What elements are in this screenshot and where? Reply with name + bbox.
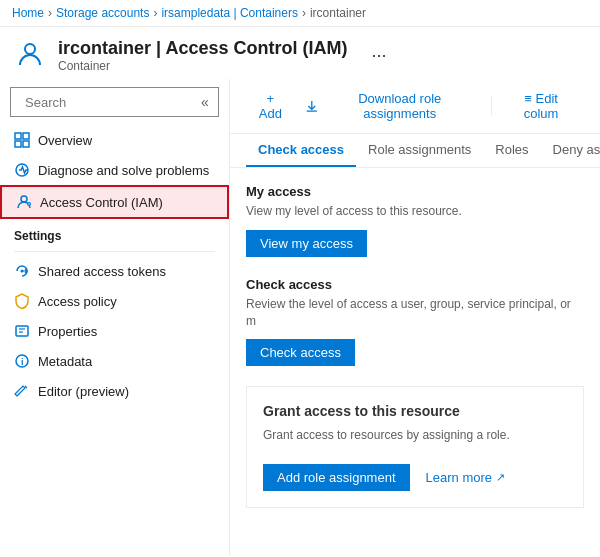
sidebar-item-properties-label: Properties [38,324,97,339]
sidebar-item-overview[interactable]: Overview [0,125,229,155]
my-access-description: View my level of access to this resource… [246,203,584,220]
grant-card-footer: Add role assignment Learn more ↗ [263,464,567,491]
svg-point-0 [25,44,35,54]
svg-rect-5 [15,141,21,147]
breadcrumb-current: ircontainer [310,6,366,20]
svg-rect-3 [15,133,21,139]
search-input[interactable] [25,95,193,110]
policy-icon [14,293,30,309]
learn-more-link[interactable]: Learn more ↗ [426,470,505,485]
my-access-title: My access [246,184,584,199]
grant-card-description: Grant access to resources by assigning a… [263,427,567,444]
tokens-icon [14,263,30,279]
tab-deny-assignments[interactable]: Deny ass… [541,134,600,167]
grant-access-card: Grant access to this resource Grant acce… [246,386,584,508]
tab-role-assignments[interactable]: Role assignments [356,134,483,167]
sidebar-item-diagnose-label: Diagnose and solve problems [38,163,209,178]
edit-columns-button[interactable]: ≡ Edit colum [498,87,584,125]
svg-point-8 [21,196,27,202]
svg-text:i: i [21,357,24,367]
tab-check-access[interactable]: Check access [246,134,356,167]
breadcrumb-container[interactable]: irsampledata | Containers [161,6,298,20]
ellipsis-button[interactable]: ··· [365,43,392,68]
download-icon [305,99,319,113]
sidebar-item-iam-label: Access Control (IAM) [40,195,163,210]
grant-card-title: Grant access to this resource [263,403,567,419]
sidebar-item-properties[interactable]: Properties [0,316,229,346]
check-access-section: Check access Review the level of access … [246,277,584,367]
toolbar: + Add Download role assignments ≡ Edit c… [230,79,600,134]
check-access-description: Review the level of access a user, group… [246,296,584,330]
main-content: + Add Download role assignments ≡ Edit c… [230,79,600,556]
tab-roles[interactable]: Roles [483,134,540,167]
sidebar-item-policy-label: Access policy [38,294,117,309]
sidebar: « Overview Diagnose and so [0,79,230,556]
content-area: My access View my level of access to thi… [230,168,600,556]
sidebar-item-iam[interactable]: Access Control (IAM) [0,185,229,219]
add-button[interactable]: + Add [246,87,295,125]
sidebar-item-overview-label: Overview [38,133,92,148]
tabs: Check access Role assignments Roles Deny… [230,134,600,168]
sidebar-collapse-button[interactable]: « [199,92,211,112]
diagnose-icon [14,162,30,178]
page-title: ircontainer | Access Control (IAM) [58,38,347,59]
sidebar-item-diagnose[interactable]: Diagnose and solve problems [0,155,229,185]
external-link-icon: ↗ [496,471,505,484]
toolbar-separator [491,96,492,116]
svg-rect-11 [16,326,28,336]
sidebar-item-tokens-label: Shared access tokens [38,264,166,279]
check-access-button[interactable]: Check access [246,339,355,366]
check-access-title: Check access [246,277,584,292]
sidebar-item-editor-label: Editor (preview) [38,384,129,399]
breadcrumb: Home › Storage accounts › irsampledata |… [0,0,600,27]
metadata-icon: i [14,353,30,369]
resource-icon [12,37,48,73]
view-my-access-button[interactable]: View my access [246,230,367,257]
sidebar-item-tokens[interactable]: Shared access tokens [0,256,229,286]
overview-icon [14,132,30,148]
add-role-assignment-button[interactable]: Add role assignment [263,464,410,491]
page-header: ircontainer | Access Control (IAM) Conta… [0,27,600,79]
breadcrumb-storage[interactable]: Storage accounts [56,6,149,20]
properties-icon [14,323,30,339]
svg-rect-4 [23,133,29,139]
iam-icon [16,194,32,210]
page-subtitle: Container [58,59,347,73]
learn-more-label: Learn more [426,470,492,485]
main-layout: « Overview Diagnose and so [0,79,600,556]
sidebar-item-editor[interactable]: Editor (preview) [0,376,229,406]
settings-section-label: Settings [0,219,229,247]
editor-icon [14,383,30,399]
my-access-section: My access View my level of access to thi… [246,184,584,257]
breadcrumb-home[interactable]: Home [12,6,44,20]
sidebar-item-metadata[interactable]: i Metadata [0,346,229,376]
svg-rect-6 [23,141,29,147]
search-box: « [10,87,219,117]
sidebar-item-policy[interactable]: Access policy [0,286,229,316]
header-text: ircontainer | Access Control (IAM) Conta… [58,38,347,73]
sidebar-item-metadata-label: Metadata [38,354,92,369]
settings-divider [14,251,215,252]
download-button[interactable]: Download role assignments [297,87,486,125]
download-label: Download role assignments [322,91,477,121]
